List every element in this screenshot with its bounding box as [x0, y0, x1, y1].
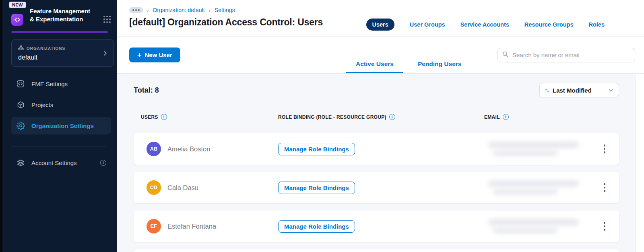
split-outline-icon: [16, 79, 25, 88]
sort-arrows-icon: ↑↓: [545, 87, 549, 93]
user-name: Cala Dasu: [167, 184, 198, 192]
layers-gear-icon: [16, 158, 25, 167]
new-user-button[interactable]: + New User: [129, 48, 180, 62]
app-window: NEW Feature Management & Experimentation: [0, 0, 644, 252]
avatar: CD: [147, 180, 161, 195]
chevron-right-icon: ›: [209, 7, 211, 13]
table-header-row: USERS i ROLE BINDING (ROLE - RESOURCE GR…: [134, 114, 619, 120]
sidebar-item-label: Account Settings: [31, 159, 77, 166]
sort-dropdown[interactable]: ↑↓ Last Modified: [539, 83, 619, 97]
organization-selector[interactable]: ORGANIZATIONS default: [11, 39, 114, 67]
new-badge: NEW: [9, 2, 26, 8]
info-icon[interactable]: i: [100, 160, 106, 166]
breadcrumb-link-organization[interactable]: Organization: default: [153, 7, 204, 13]
total-count: Total: 8: [134, 86, 159, 95]
breadcrumb: › Organization: default › Settings: [129, 7, 323, 13]
sidebar: NEW Feature Management & Experimentation: [2, 0, 117, 252]
toolbar: + New User Active Users Pending Users: [117, 37, 644, 74]
table-row: AB Amelia Boston Manage Role Bindings: [134, 133, 619, 165]
users-table: AB Amelia Boston Manage Role Bindings CD…: [134, 133, 619, 252]
split-logo-icon: [11, 14, 23, 26]
breadcrumb-ellipsis-icon[interactable]: [129, 7, 143, 13]
page-header: › Organization: default › Settings [defa…: [117, 0, 644, 37]
org-hierarchy-icon: [18, 45, 24, 52]
row-menu-kebab-icon[interactable]: [600, 183, 609, 192]
email-redacted: [488, 179, 585, 196]
scroll-gutter: [635, 74, 644, 252]
tab-user-groups[interactable]: User Groups: [410, 21, 445, 28]
chevron-right-icon: ›: [147, 7, 149, 13]
apps-grid-icon[interactable]: [103, 15, 111, 25]
sidebar-item-projects[interactable]: Projects: [11, 96, 111, 114]
table-row: CD Cala Dasu Manage Role Bindings: [134, 172, 619, 203]
manage-role-bindings-button[interactable]: Manage Role Bindings: [278, 182, 355, 194]
sidebar-item-organization-settings[interactable]: Organization Settings: [11, 117, 111, 134]
table-row: EF Estefan Fontana Manage Role Bindings: [134, 211, 619, 242]
sidebar-divider: [11, 147, 106, 147]
row-menu-kebab-icon[interactable]: [600, 222, 609, 231]
email-redacted: [488, 217, 585, 235]
tab-users[interactable]: Users: [366, 19, 394, 31]
user-name: Estefan Fontana: [167, 223, 216, 230]
info-icon[interactable]: i: [503, 114, 509, 120]
row-menu-kebab-icon[interactable]: [600, 145, 609, 153]
sort-dropdown-value: Last Modified: [553, 87, 592, 94]
column-header-role-binding: ROLE BINDING (ROLE - RESOURCE GROUP) i: [278, 114, 484, 120]
sidebar-item-label: FME Settings: [31, 81, 68, 87]
breadcrumb-link-settings[interactable]: Settings: [215, 7, 235, 13]
tab-roles[interactable]: Roles: [589, 21, 605, 28]
user-state-tabs: Active Users Pending Users: [346, 60, 471, 73]
column-header-email: EMAIL i: [484, 114, 600, 120]
users-list-panel: Total: 8 ↑↓ Last Modified USERS i: [117, 74, 635, 252]
user-name: Amelia Boston: [167, 145, 210, 153]
sidebar-nav: FME Settings Projects Or: [2, 75, 117, 171]
tab-active-users[interactable]: Active Users: [346, 60, 403, 73]
sidebar-item-label: Organization Settings: [31, 122, 94, 129]
main-area: › Organization: default › Settings [defa…: [117, 0, 644, 252]
search-icon: [502, 51, 509, 59]
tab-service-accounts[interactable]: Service Accounts: [460, 21, 509, 28]
sidebar-item-fme-settings[interactable]: FME Settings: [11, 75, 111, 93]
plus-icon: +: [137, 52, 142, 58]
product-title: Feature Management & Experimentation: [30, 7, 94, 23]
organizations-label: ORGANIZATIONS: [27, 46, 65, 51]
new-user-button-label: New User: [145, 52, 172, 58]
manage-role-bindings-button[interactable]: Manage Role Bindings: [278, 220, 355, 233]
manage-role-bindings-button[interactable]: Manage Role Bindings: [278, 143, 355, 155]
chevron-down-icon: [608, 87, 614, 93]
gear-icon: [16, 121, 25, 130]
tab-resource-groups[interactable]: Resource Groups: [524, 21, 574, 28]
cube-icon: [16, 100, 25, 109]
access-control-tabs: Users User Groups Service Accounts Resou…: [366, 13, 605, 36]
info-icon[interactable]: i: [161, 114, 167, 120]
avatar: AB: [147, 142, 161, 156]
brand-divider: [11, 31, 108, 33]
avatar: EF: [147, 219, 161, 233]
search-input[interactable]: [512, 52, 631, 58]
info-icon[interactable]: i: [389, 114, 395, 120]
email-redacted: [488, 140, 585, 158]
column-header-users: USERS i: [141, 114, 278, 120]
page-title: [default] Organization Access Control: U…: [129, 17, 323, 28]
organization-name: default: [18, 54, 108, 61]
tab-pending-users[interactable]: Pending Users: [408, 60, 471, 73]
sidebar-item-label: Projects: [31, 101, 53, 108]
sidebar-item-account-settings[interactable]: Account Settings i: [11, 154, 111, 171]
search-box: [497, 48, 635, 62]
chevron-right-icon: [101, 50, 109, 58]
table-row-partial: [134, 249, 619, 252]
